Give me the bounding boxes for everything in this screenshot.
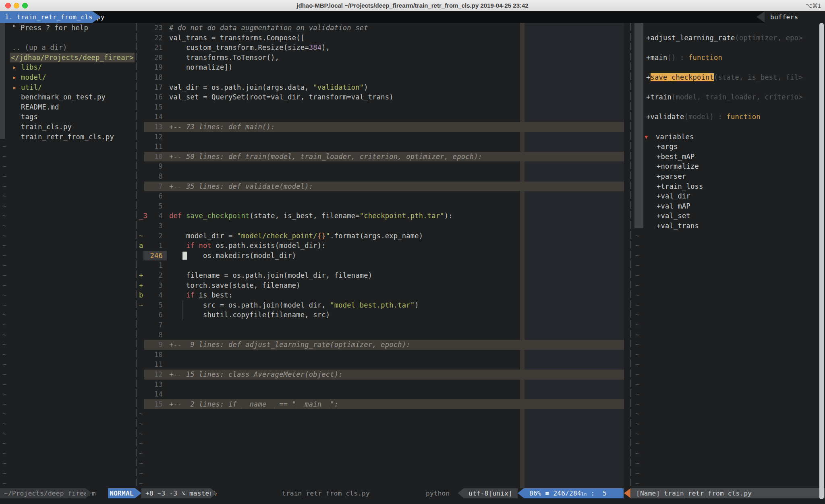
tag-part-sig: (model, train_loader, criterio bbox=[672, 93, 798, 101]
nerdtree-file: README.md bbox=[21, 102, 59, 112]
code-line[interactable]: 8 bbox=[137, 171, 630, 182]
code-line[interactable]: 22val_trans = transforms.Compose([ bbox=[137, 33, 630, 43]
tilde-marker: ~ bbox=[2, 399, 7, 409]
nerdtree-item[interactable]: " Press ? for help bbox=[0, 23, 135, 33]
code-line[interactable]: 11 bbox=[137, 359, 630, 370]
code-line[interactable]: a1 if not os.path.exists(model_dir): bbox=[137, 241, 630, 251]
line-number: 5 bbox=[143, 300, 163, 310]
tag-entry[interactable]: +save_checkpoint(state, is_best, fil> bbox=[646, 72, 803, 83]
tagbar-item[interactable]: +val_trans bbox=[632, 221, 825, 231]
code-line[interactable]: 13 bbox=[137, 380, 630, 390]
code-line[interactable]: 7 bbox=[137, 320, 630, 330]
folded-code-line[interactable]: 9+-- 9 lines: def adjust_learning_rate(o… bbox=[137, 340, 630, 350]
tagbar-item[interactable]: +val_mAP bbox=[632, 201, 825, 211]
tagbar-item[interactable]: +main() : function bbox=[632, 53, 825, 63]
code-line[interactable]: ~2 model_dir = "model/check_point/{}".fo… bbox=[137, 231, 630, 241]
window-separator-right[interactable] bbox=[630, 23, 631, 488]
tilde-marker: ~ bbox=[139, 409, 143, 419]
tilde-marker: ~ bbox=[635, 320, 640, 330]
code-text: +-- 73 lines: def main(): bbox=[169, 122, 275, 132]
code-text: transforms.ToTensor(), bbox=[169, 53, 279, 63]
nerdtree-item[interactable]: train_retr_from_cls.py bbox=[0, 132, 135, 142]
cursor-column: 5 bbox=[603, 490, 607, 497]
code-line[interactable]: 246 os.makedirs(model_dir) bbox=[137, 251, 630, 261]
token-str: "checkpoint.pth.tar" bbox=[360, 212, 444, 220]
empty-line: ~ bbox=[0, 182, 135, 192]
tag-variable-entry: +val_mAP bbox=[657, 201, 690, 211]
code-line[interactable]: 1 bbox=[137, 260, 630, 271]
statusline-git-segment: +8 ~3 -3 ⌥ masterϟ bbox=[141, 488, 211, 498]
tagbar-item[interactable]: +save_checkpoint(state, is_best, fil> bbox=[632, 72, 825, 83]
code-line[interactable]: 6 shutil.copyfile(filename, src) bbox=[137, 310, 630, 320]
code-line[interactable]: b4 if is_best: bbox=[137, 290, 630, 300]
tagbar-item[interactable]: +parser bbox=[632, 171, 825, 182]
nerdtree-item[interactable]: .. (up a dir) bbox=[0, 43, 135, 53]
tagbar-item[interactable]: +train(model, train_loader, criterio> bbox=[632, 92, 825, 102]
nerdtree-item[interactable]: tags bbox=[0, 112, 135, 122]
window-separator-left[interactable] bbox=[136, 23, 137, 488]
tagbar-item[interactable]: +adjust_learning_rate(optimizer, epo> bbox=[632, 33, 825, 43]
code-line[interactable]: 11 bbox=[137, 142, 630, 152]
code-editor-window[interactable]: 23# do not do data augmentation on valid… bbox=[137, 23, 630, 488]
tagbar-item[interactable]: +train_loss bbox=[632, 182, 825, 192]
code-line[interactable]: 16val_set = QuerySet(root=val_dir, trans… bbox=[137, 92, 630, 102]
code-line[interactable]: +2 filename = os.path.join(model_dir, fi… bbox=[137, 271, 630, 281]
code-line[interactable]: 3 bbox=[137, 221, 630, 231]
tab-active[interactable]: 1. train_retr_from_cls.py bbox=[0, 11, 93, 23]
code-line[interactable]: _34def save_checkpoint(state, is_best, f… bbox=[137, 211, 630, 221]
tagbar-kind-header[interactable]: ▼variables bbox=[632, 132, 825, 142]
code-line[interactable]: 12 bbox=[137, 132, 630, 142]
tag-entry[interactable]: +adjust_learning_rate(optimizer, epo> bbox=[646, 33, 803, 43]
code-line[interactable]: 9 bbox=[137, 161, 630, 171]
nerdtree-item[interactable]: train_cls.py bbox=[0, 122, 135, 132]
code-line[interactable]: 20 transforms.ToTensor(), bbox=[137, 53, 630, 63]
empty-line: ~ bbox=[0, 330, 135, 340]
code-line[interactable]: +3 torch.save(state, filename) bbox=[137, 281, 630, 291]
nerdtree-folder: model/ bbox=[21, 72, 46, 83]
tag-entry[interactable]: +validate(model) : function bbox=[646, 112, 761, 122]
tag-part-name: +adjust_learning_rate bbox=[646, 34, 735, 42]
code-line[interactable]: 21 custom_transform.Resize(size=384), bbox=[137, 43, 630, 53]
nerdtree-item[interactable]: ▸libs/ bbox=[0, 62, 135, 72]
nerdtree-item[interactable]: benchmark_on_test.py bbox=[0, 92, 135, 102]
tagbar-item[interactable]: +normalize bbox=[632, 161, 825, 171]
tagbar-item[interactable]: +val_dir bbox=[632, 191, 825, 201]
line-number: 9 bbox=[143, 161, 163, 171]
folded-code-line[interactable]: 13+-- 73 lines: def main(): bbox=[137, 122, 630, 132]
tagbar-item[interactable]: +val_set bbox=[632, 211, 825, 221]
nerdtree-item[interactable]: README.md bbox=[0, 102, 135, 112]
token-pln bbox=[195, 242, 199, 250]
nerdtree-folder: util/ bbox=[21, 83, 42, 93]
folded-code-line[interactable]: 7+-- 35 lines: def validate(model): bbox=[137, 182, 630, 192]
code-line[interactable]: 14 bbox=[137, 112, 630, 122]
empty-line: ~ bbox=[137, 439, 630, 449]
folded-code-line[interactable]: 12+-- 15 lines: class AverageMeter(objec… bbox=[137, 370, 630, 380]
code-line[interactable]: 14 bbox=[137, 389, 630, 399]
code-line[interactable]: 23# do not do data augmentation on valid… bbox=[137, 23, 630, 33]
scroll-percent-and-line: 86% ≡ 246/284 bbox=[529, 490, 581, 497]
folded-code-line[interactable]: 10+-- 50 lines: def train(model, train_l… bbox=[137, 152, 630, 162]
tilde-marker: ~ bbox=[635, 231, 640, 241]
code-line[interactable]: 6 bbox=[137, 191, 630, 201]
tag-variable-entry: +val_trans bbox=[657, 221, 699, 231]
code-line[interactable]: 5 bbox=[137, 201, 630, 211]
right-scrollbar[interactable] bbox=[819, 23, 824, 499]
code-line[interactable]: ~5 src = os.path.join(model_dir, "model_… bbox=[137, 300, 630, 310]
token-pln: model_dir = bbox=[169, 232, 237, 240]
empty-line: ~ bbox=[0, 290, 135, 300]
code-line[interactable]: 10 bbox=[137, 350, 630, 360]
tagbar-item[interactable]: +best_mAP bbox=[632, 152, 825, 162]
tagbar-item[interactable]: +validate(model) : function bbox=[632, 112, 825, 122]
code-line[interactable]: 18 bbox=[137, 72, 630, 83]
code-line[interactable]: 8 bbox=[137, 330, 630, 340]
code-line[interactable]: 19 normalize]) bbox=[137, 62, 630, 72]
tag-entry[interactable]: +train(model, train_loader, criterio> bbox=[646, 92, 803, 102]
nerdtree-item[interactable]: </jdhao/Projects/deep_firear> bbox=[0, 53, 135, 63]
code-line[interactable]: 15 bbox=[137, 102, 630, 112]
code-line[interactable]: 17val_dir = os.path.join(args.data, "val… bbox=[137, 83, 630, 93]
nerdtree-item[interactable]: ▸model/ bbox=[0, 72, 135, 83]
tag-entry[interactable]: +main() : function bbox=[646, 53, 722, 63]
tagbar-item[interactable]: +args bbox=[632, 142, 825, 152]
nerdtree-item[interactable]: ▸util/ bbox=[0, 83, 135, 93]
folded-code-line[interactable]: 15+-- 2 lines: if __name__ == "__main__"… bbox=[137, 399, 630, 409]
